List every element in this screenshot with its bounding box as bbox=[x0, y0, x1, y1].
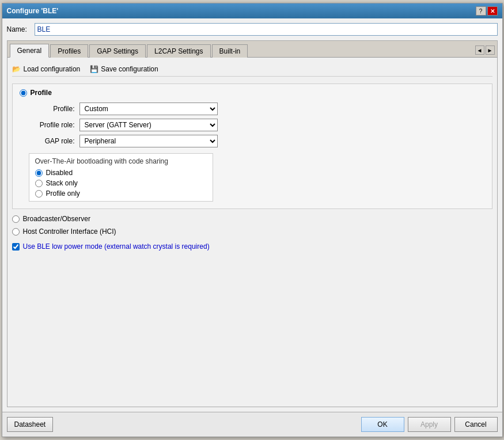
ota-profile-row: Profile only bbox=[35, 189, 207, 198]
help-button[interactable]: ? bbox=[476, 6, 486, 16]
title-bar: Configure 'BLE' ? ✕ bbox=[2, 3, 502, 18]
gap-role-select[interactable]: Peripheral Central Broadcaster Observer bbox=[79, 135, 218, 147]
load-config-button[interactable]: 📂 Load configuration bbox=[12, 65, 81, 74]
low-power-row: Use BLE low power mode (external watch c… bbox=[12, 242, 492, 251]
ota-title: Over-The-Air bootloading with code shari… bbox=[35, 157, 207, 165]
title-bar-buttons: ? ✕ bbox=[476, 6, 498, 16]
ota-disabled-label: Disabled bbox=[46, 169, 73, 177]
tab-nav-arrows: ◄ ► bbox=[475, 45, 495, 57]
tab-content-general: 📂 Load configuration 💾 Save configuratio… bbox=[7, 58, 497, 407]
profile-radio[interactable] bbox=[20, 89, 27, 97]
broadcaster-row: Broadcaster/Observer bbox=[12, 215, 492, 223]
profile-header: Profile bbox=[20, 89, 485, 97]
profile-row: Profile: Custom Default bbox=[29, 103, 485, 115]
name-input[interactable] bbox=[35, 23, 498, 36]
ota-box: Over-The-Air bootloading with code shari… bbox=[29, 153, 213, 202]
load-icon: 📂 bbox=[12, 65, 21, 74]
low-power-checkbox[interactable] bbox=[12, 243, 20, 251]
config-bar: 📂 Load configuration 💾 Save configuratio… bbox=[12, 62, 492, 77]
ok-button[interactable]: OK bbox=[361, 417, 404, 432]
save-config-label: Save configuration bbox=[101, 65, 158, 73]
hci-label: Host Controller Interface (HCI) bbox=[23, 227, 116, 236]
tab-prev-button[interactable]: ◄ bbox=[475, 45, 484, 55]
profile-label: Profile: bbox=[29, 105, 75, 113]
datasheet-button[interactable]: Datasheet bbox=[7, 417, 54, 432]
tab-next-button[interactable]: ► bbox=[486, 45, 495, 55]
ota-disabled-row: Disabled bbox=[35, 169, 207, 177]
tab-gap-settings[interactable]: GAP Settings bbox=[89, 44, 146, 58]
configure-ble-dialog: Configure 'BLE' ? ✕ Name: General Profil… bbox=[2, 3, 503, 437]
ota-profile-radio[interactable] bbox=[35, 190, 43, 198]
low-power-label: Use BLE low power mode (external watch c… bbox=[23, 242, 210, 251]
tab-general[interactable]: General bbox=[10, 44, 50, 58]
close-button[interactable]: ✕ bbox=[487, 6, 498, 16]
apply-button[interactable]: Apply bbox=[408, 417, 451, 432]
profile-role-row: Profile role: Server (GATT Server) Clien… bbox=[29, 119, 485, 131]
broadcaster-label: Broadcaster/Observer bbox=[23, 215, 90, 223]
dialog-footer: Datasheet OK Apply Cancel bbox=[2, 412, 502, 437]
hci-row: Host Controller Interface (HCI) bbox=[12, 227, 492, 236]
profile-header-label: Profile bbox=[31, 89, 52, 97]
ota-stack-row: Stack only bbox=[35, 179, 207, 187]
ota-disabled-radio[interactable] bbox=[35, 169, 43, 177]
cancel-button[interactable]: Cancel bbox=[454, 417, 498, 432]
name-row: Name: bbox=[7, 23, 498, 36]
footer-left: Datasheet bbox=[7, 417, 54, 432]
ota-stack-radio[interactable] bbox=[35, 180, 43, 187]
dialog-title: Configure 'BLE' bbox=[7, 7, 59, 15]
profile-role-label: Profile role: bbox=[29, 121, 75, 129]
gap-role-label: GAP role: bbox=[29, 137, 75, 145]
tab-bar: General Profiles GAP Settings L2CAP Sett… bbox=[7, 41, 497, 58]
tabs-container: General Profiles GAP Settings L2CAP Sett… bbox=[7, 40, 498, 407]
ota-profile-label: Profile only bbox=[46, 189, 80, 198]
gap-role-row: GAP role: Peripheral Central Broadcaster… bbox=[29, 135, 485, 147]
tab-profiles[interactable]: Profiles bbox=[50, 44, 88, 58]
load-config-label: Load configuration bbox=[24, 65, 81, 73]
footer-right: OK Apply Cancel bbox=[361, 417, 498, 432]
tab-built-in[interactable]: Built-in bbox=[212, 44, 248, 58]
dialog-content: Name: General Profiles GAP Settings L2CA… bbox=[2, 18, 502, 412]
name-label: Name: bbox=[7, 25, 30, 33]
save-icon: 💾 bbox=[89, 65, 98, 74]
save-config-button[interactable]: 💾 Save configuration bbox=[89, 65, 158, 74]
tab-l2cap-settings[interactable]: L2CAP Settings bbox=[147, 44, 211, 58]
ota-stack-label: Stack only bbox=[46, 179, 78, 187]
profile-section: Profile Profile: Custom Default Profile … bbox=[12, 84, 492, 209]
hci-radio[interactable] bbox=[12, 228, 20, 236]
profile-select[interactable]: Custom Default bbox=[79, 103, 218, 115]
profile-role-select[interactable]: Server (GATT Server) Client (GATT Client… bbox=[79, 119, 218, 131]
broadcaster-radio[interactable] bbox=[12, 215, 20, 223]
